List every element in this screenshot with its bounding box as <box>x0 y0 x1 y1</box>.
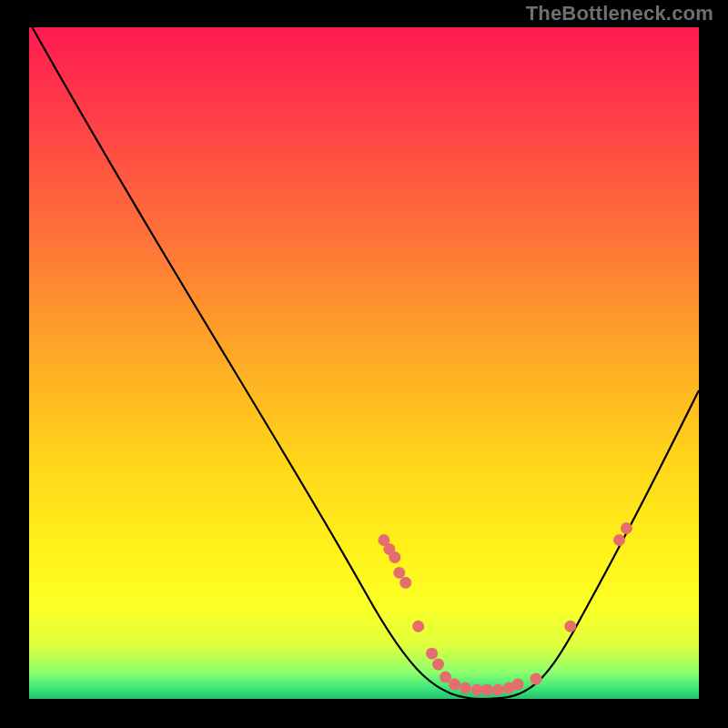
scatter-point <box>512 679 524 691</box>
scatter-point <box>412 621 424 632</box>
plot-frame <box>27 27 701 701</box>
scatter-point <box>389 551 400 563</box>
scatter-point <box>393 567 405 579</box>
scatter-point <box>432 659 444 671</box>
scatter-point <box>621 522 632 534</box>
scatter-point <box>564 621 576 632</box>
bottleneck-curve <box>29 27 699 699</box>
watermark-text: TheBottleneck.com <box>526 2 713 25</box>
chart-container: TheBottleneck.com <box>0 0 728 728</box>
scatter-point <box>460 682 471 694</box>
scatter-point <box>492 684 504 696</box>
scatter-point <box>449 679 460 691</box>
chart-svg <box>29 27 699 699</box>
scatter-point <box>426 648 438 660</box>
scatter-point <box>399 577 411 589</box>
scatter-point <box>613 534 625 546</box>
scatter-point <box>481 684 493 696</box>
scatter-point <box>531 673 542 685</box>
